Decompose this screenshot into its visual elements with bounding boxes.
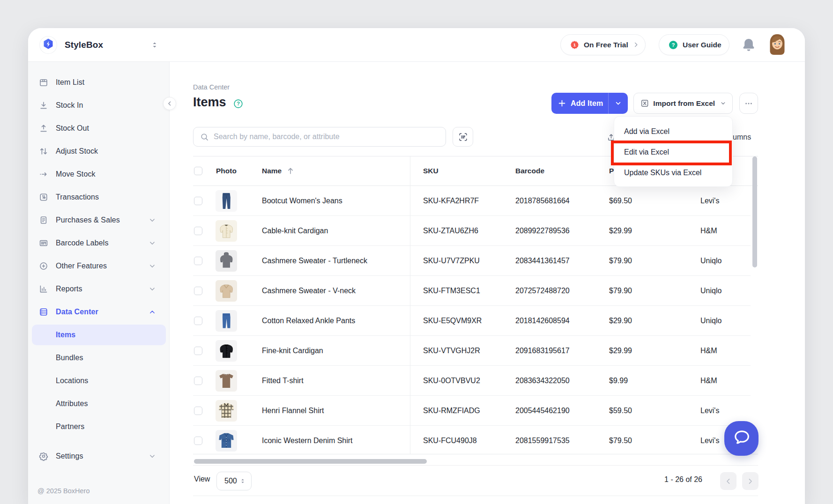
pagination-range: 1 - 26 of 26 — [637, 475, 702, 484]
menu-item-update-skus-via-excel[interactable]: Update SKUs via Excel — [614, 163, 732, 183]
sidebar-item-label: Settings — [56, 452, 83, 460]
sidebar-item-locations[interactable]: Locations — [32, 371, 166, 391]
item-brand: Levi's — [700, 396, 719, 426]
user-guide-button[interactable]: ? User Guide — [659, 34, 729, 55]
row-checkbox[interactable] — [194, 377, 202, 385]
table-row[interactable]: Fitted T-shirt SKU-0OTVBVU2 208363432205… — [193, 366, 751, 396]
breadcrumb: Data Center — [193, 83, 230, 91]
item-barcode: 2005445462190 — [515, 396, 570, 426]
table-row[interactable]: Henri Flannel Shirt SKU-RMZFIADG 2005445… — [193, 396, 751, 426]
sidebar-item-move-stock[interactable]: Move Stock — [32, 164, 166, 185]
sidebar-item-label: Item List — [56, 78, 84, 87]
sidebar-item-purchases-sales[interactable]: Purchases & Sales — [32, 210, 166, 230]
row-checkbox[interactable] — [194, 317, 202, 325]
table-row[interactable]: Bootcut Women's Jeans SKU-KFA2HR7F 20187… — [193, 186, 751, 216]
workspace-selector-icon[interactable] — [150, 40, 159, 50]
row-checkbox[interactable] — [194, 197, 202, 205]
sidebar-item-label: Stock In — [56, 101, 83, 110]
search-input[interactable] — [214, 133, 439, 141]
previous-page-button[interactable] — [720, 472, 736, 490]
item-brand: Uniqlo — [700, 306, 721, 336]
menu-item-edit-via-excel[interactable]: Edit via Excel — [614, 142, 732, 163]
ellipsis-icon — [744, 99, 753, 108]
sidebar-collapse-button[interactable] — [163, 97, 176, 110]
import-from-excel-button[interactable]: Import from Excel — [633, 93, 733, 114]
sidebar-item-transactions[interactable]: Transactions — [32, 187, 166, 208]
table-row[interactable]: Cashmere Sweater - Turtleneck SKU-U7V7ZP… — [193, 246, 751, 276]
add-item-button[interactable]: Add Item — [551, 93, 628, 114]
item-brand: Uniqlo — [700, 276, 721, 306]
move-stock-icon — [39, 170, 48, 179]
plus-icon — [558, 99, 566, 108]
vertical-scrollbar[interactable] — [752, 156, 757, 267]
help-icon[interactable]: ? — [233, 99, 243, 109]
excel-icon — [640, 98, 649, 108]
row-checkbox[interactable] — [194, 287, 202, 295]
item-photo — [216, 310, 237, 332]
sidebar-item-adjust-stock[interactable]: Adjust Stock — [32, 141, 166, 162]
sidebar-item-item-list[interactable]: Item List — [32, 72, 166, 93]
sidebar-item-label: Adjust Stock — [56, 147, 98, 156]
item-photo — [216, 220, 237, 242]
table-row[interactable]: Iconic Western Denim Shirt SKU-FCU490J8 … — [193, 426, 751, 454]
sidebar-item-attributes[interactable]: Attributes — [32, 393, 166, 414]
horizontal-scrollbar[interactable] — [194, 459, 427, 464]
row-checkbox[interactable] — [194, 347, 202, 355]
table-row[interactable]: Cashmere Sweater - V-neck SKU-FTM3ESC1 2… — [193, 276, 751, 306]
table-row[interactable]: Fine-knit Cardigan SKU-VTVGHJ2R 20916831… — [193, 336, 751, 366]
row-checkbox[interactable] — [194, 407, 202, 415]
barcode-scan-button[interactable] — [453, 127, 473, 147]
add-item-main[interactable]: Add Item — [551, 93, 608, 114]
chevron-down-icon — [720, 99, 727, 107]
chat-launcher-button[interactable] — [724, 421, 759, 456]
sidebar-item-reports[interactable]: Reports — [32, 279, 166, 299]
next-page-button[interactable] — [742, 472, 759, 490]
sidebar: Item ListStock InStock OutAdjust StockMo… — [28, 62, 170, 504]
sidebar-item-bundles[interactable]: Bundles — [32, 348, 166, 368]
sidebar-item-label: Other Features — [56, 262, 107, 270]
row-checkbox[interactable] — [194, 257, 202, 265]
item-photo — [216, 370, 237, 392]
table-row[interactable]: Cable-knit Cardigan SKU-ZTAU6ZH6 2089922… — [193, 216, 751, 246]
item-barcode: 2089922789536 — [515, 216, 570, 246]
item-price: $29.99 — [609, 216, 632, 246]
row-checkbox[interactable] — [194, 437, 202, 445]
sidebar-item-data-center[interactable]: Data Center — [32, 302, 166, 322]
chevron-down-icon — [614, 99, 622, 107]
adjust-stock-icon — [39, 147, 48, 156]
table-row[interactable]: Cotton Relaxed Ankle Pants SKU-E5QVM9XR … — [193, 306, 751, 336]
sidebar-item-barcode-labels[interactable]: Barcode Labels — [32, 233, 166, 253]
excel-dropdown-menu: Add via ExcelEdit via ExcelUpdate SKUs v… — [614, 116, 733, 187]
item-photo — [216, 280, 237, 302]
item-brand: H&M — [700, 366, 717, 396]
sidebar-item-label: Purchases & Sales — [56, 216, 120, 224]
plus-circle-icon — [39, 261, 48, 271]
sidebar-item-stock-in[interactable]: Stock In — [32, 95, 166, 116]
row-checkbox[interactable] — [194, 227, 202, 235]
sidebar-item-items[interactable]: Items — [32, 325, 166, 345]
item-name: Fitted T-shirt — [262, 366, 304, 396]
item-sku: SKU-ZTAU6ZH6 — [423, 216, 478, 246]
item-sku: SKU-U7V7ZPKU — [423, 246, 480, 276]
notifications-bell-icon[interactable] — [741, 36, 757, 54]
view-label: View — [194, 475, 210, 483]
chevron-right-icon — [632, 41, 640, 48]
more-options-button[interactable] — [739, 93, 758, 114]
sidebar-item-partners[interactable]: Partners — [32, 416, 166, 437]
item-name: Henri Flannel Shirt — [262, 396, 324, 426]
free-trial-button[interactable]: 1 On Free Trial — [560, 34, 646, 55]
user-avatar[interactable] — [767, 33, 787, 56]
sidebar-item-other-features[interactable]: Other Features — [32, 256, 166, 276]
item-price: $79.90 — [609, 276, 632, 306]
add-item-caret-button[interactable] — [608, 93, 628, 114]
menu-item-add-via-excel[interactable]: Add via Excel — [614, 121, 732, 142]
sidebar-item-label: Items — [56, 331, 75, 339]
item-sku: SKU-KFA2HR7F — [423, 186, 479, 216]
barcode-scan-icon — [458, 132, 468, 142]
sidebar-item-settings[interactable]: Settings — [32, 446, 166, 467]
page-size-select[interactable]: 500 — [216, 472, 252, 490]
sidebar-item-label: Barcode Labels — [56, 239, 109, 247]
sidebar-item-label: Transactions — [56, 193, 99, 201]
sidebar-item-stock-out[interactable]: Stock Out — [32, 118, 166, 139]
item-brand: H&M — [700, 216, 717, 246]
